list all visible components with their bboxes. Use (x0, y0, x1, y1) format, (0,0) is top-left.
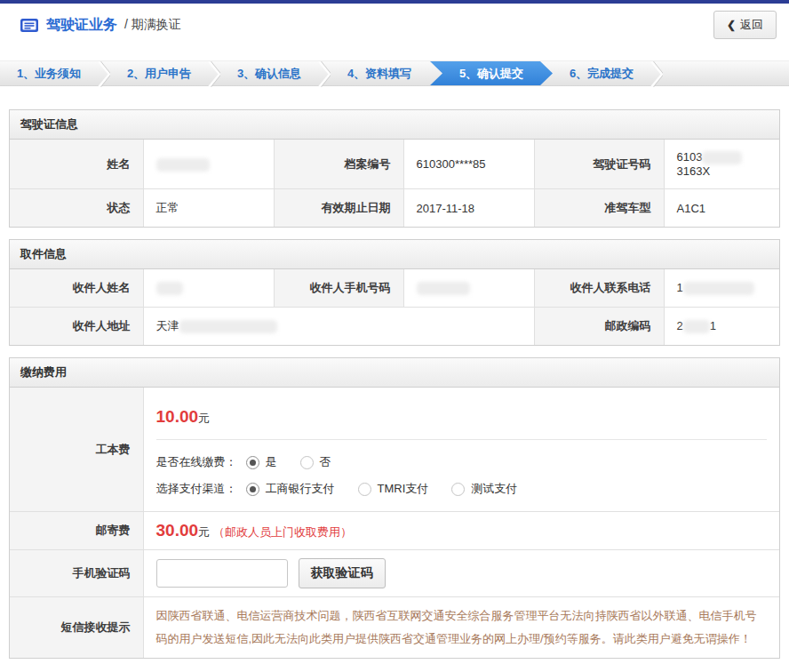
card-fee-cell: 10.00元 是否在线缴费： 是 否 选择支付渠道： 工商银行支付 (143, 388, 779, 512)
radio-online-yes-label: 是 (266, 454, 277, 470)
section-license-info: 驾驶证信息 姓名 档案编号 610300****85 驾驶证号码 6103316… (9, 109, 780, 228)
tab-step-6-label: 6、完成提交 (570, 66, 634, 82)
radio-online-no[interactable]: 否 (300, 454, 331, 470)
radio-online-no-label: 否 (320, 454, 331, 470)
pay-channel-label: 选择支付渠道： (156, 481, 237, 497)
tab-step-2[interactable]: 2、用户申告 (110, 61, 208, 85)
tab-step-3-label: 3、确认信息 (237, 66, 301, 82)
radio-selected-icon[interactable] (246, 483, 259, 496)
section-license-title: 驾驶证信息 (10, 110, 779, 140)
postage-note: （邮政人员上门收取费用） (213, 525, 352, 539)
expiry-value: 2017-11-18 (403, 189, 534, 228)
status-label: 状态 (10, 189, 143, 228)
section-fees: 缴纳费用 工本费 10.00元 是否在线缴费： 是 否 (9, 357, 780, 659)
tab-step-3[interactable]: 3、确认信息 (220, 61, 318, 85)
license-card-icon (20, 18, 39, 33)
redacted-value (156, 158, 210, 172)
online-pay-options: 是 否 (246, 454, 331, 470)
redacted-value (683, 282, 754, 295)
tab-step-1[interactable]: 1、业务须知 (0, 61, 98, 85)
online-pay-label: 是否在线缴费： (156, 454, 237, 470)
sms-tip-label: 短信接收提示 (10, 597, 143, 659)
radio-unselected-icon[interactable] (451, 483, 465, 496)
radio-channel-icbc[interactable]: 工商银行支付 (246, 481, 335, 497)
postcode-value: 21 (664, 308, 779, 346)
recipient-mobile-value (403, 269, 534, 308)
card-fee-price: 10.00元 (156, 398, 768, 437)
redacted-value (683, 320, 710, 333)
step-tabs: 1、业务须知 2、用户申告 3、确认信息 4、资料填写 5、确认提交 6、完成提… (0, 60, 789, 86)
radio-unselected-icon[interactable] (300, 456, 314, 469)
postcode-prefix: 2 (677, 319, 683, 332)
postage-cell: 30.00元（邮政人员上门收取费用） (143, 512, 779, 550)
step-separator-icon (208, 61, 220, 87)
radio-channel-test-label: 测试支付 (471, 481, 517, 497)
back-button[interactable]: ❮ 返回 (713, 11, 777, 39)
tab-step-6[interactable]: 6、完成提交 (553, 61, 650, 85)
tab-step-5-label: 5、确认提交 (459, 66, 523, 82)
page-title: 驾驶证业务 (46, 16, 117, 35)
pickup-table: 收件人姓名 收件人手机号码 收件人联系电话 1 收件人地址 天津 邮政编码 21 (10, 269, 779, 345)
sms-tip-cell: 因陕西省联通、电信运营商技术问题，陕西省互联网交通安全综合服务管理平台无法向持陕… (143, 597, 779, 659)
recipient-phone-prefix: 1 (677, 281, 683, 294)
sms-code-label: 手机验证码 (10, 550, 143, 597)
sms-code-row: 获取验证码 (156, 558, 768, 588)
step-separator-icon (98, 61, 110, 87)
redacted-value (179, 320, 277, 333)
step-bar-filler (663, 61, 789, 85)
radio-channel-tmri[interactable]: TMRI支付 (358, 481, 429, 497)
postcode-suffix: 1 (710, 319, 716, 332)
radio-channel-tmri-label: TMRI支付 (378, 481, 429, 497)
recipient-phone-value: 1 (664, 269, 779, 308)
radio-channel-icbc-label: 工商银行支付 (266, 481, 335, 497)
card-fee-label: 工本费 (10, 388, 143, 512)
sms-code-input[interactable] (156, 559, 288, 588)
title-area: 驾驶证业务 / 期满换证 (20, 16, 181, 35)
vehicle-class-label: 准驾车型 (534, 189, 664, 228)
table-row: 手机验证码 获取验证码 (10, 550, 779, 597)
radio-online-yes[interactable]: 是 (246, 454, 277, 470)
postcode-label: 邮政编码 (534, 308, 664, 346)
recipient-phone-label: 收件人联系电话 (534, 269, 664, 308)
table-row: 状态 正常 有效期止日期 2017-11-18 准驾车型 A1C1 (10, 189, 779, 228)
step-separator-icon (318, 61, 331, 87)
license-no-suffix: 3163X (677, 164, 711, 178)
table-row: 收件人地址 天津 邮政编码 21 (10, 308, 779, 346)
license-no-label: 驾驶证号码 (534, 140, 664, 189)
tab-step-4-label: 4、资料填写 (347, 66, 411, 82)
redacted-value (702, 151, 742, 164)
tab-step-2-label: 2、用户申告 (127, 66, 191, 82)
table-row: 工本费 10.00元 是否在线缴费： 是 否 选择支付渠道： (10, 388, 779, 512)
name-label: 姓名 (10, 140, 143, 189)
table-row: 收件人姓名 收件人手机号码 收件人联系电话 1 (10, 269, 779, 308)
tab-step-4[interactable]: 4、资料填写 (331, 61, 428, 85)
name-value (143, 140, 274, 189)
back-button-label: 返回 (740, 17, 763, 33)
sms-code-cell: 获取验证码 (143, 550, 779, 597)
tab-step-1-label: 1、业务须知 (17, 66, 81, 82)
license-no-prefix: 6103 (677, 150, 703, 164)
radio-selected-icon[interactable] (246, 456, 259, 469)
postage-amount: 30.00 (156, 521, 199, 540)
recipient-name-value (143, 269, 274, 308)
radio-unselected-icon[interactable] (358, 483, 371, 496)
table-row: 邮寄费 30.00元（邮政人员上门收取费用） (10, 512, 779, 550)
vehicle-class-value: A1C1 (664, 189, 779, 228)
license-no-value: 61033163X (664, 140, 779, 189)
get-code-button[interactable]: 获取验证码 (299, 558, 386, 588)
address-label: 收件人地址 (10, 308, 143, 346)
card-fee-unit: 元 (198, 412, 210, 425)
status-value: 正常 (143, 189, 274, 228)
table-row: 短信接收提示 因陕西省联通、电信运营商技术问题，陕西省互联网交通安全综合服务管理… (10, 597, 779, 659)
redacted-value (156, 282, 183, 295)
radio-channel-test[interactable]: 测试支付 (451, 481, 517, 497)
sms-tip-text: 因陕西省联通、电信运营商技术问题，陕西省互联网交通安全综合服务管理平台无法向持陕… (156, 604, 768, 651)
step-separator-icon (650, 61, 663, 87)
redacted-value (417, 282, 470, 295)
pay-channel-options: 工商银行支付 TMRI支付 测试支付 (246, 481, 518, 497)
tab-step-5-active[interactable]: 5、确认提交 (430, 61, 553, 85)
divider (156, 439, 768, 440)
section-pickup-info: 取件信息 收件人姓名 收件人手机号码 收件人联系电话 1 收件人地址 天津 邮政… (9, 239, 780, 346)
breadcrumb: / 期满换证 (124, 17, 181, 33)
postage-unit: 元 (198, 525, 210, 539)
